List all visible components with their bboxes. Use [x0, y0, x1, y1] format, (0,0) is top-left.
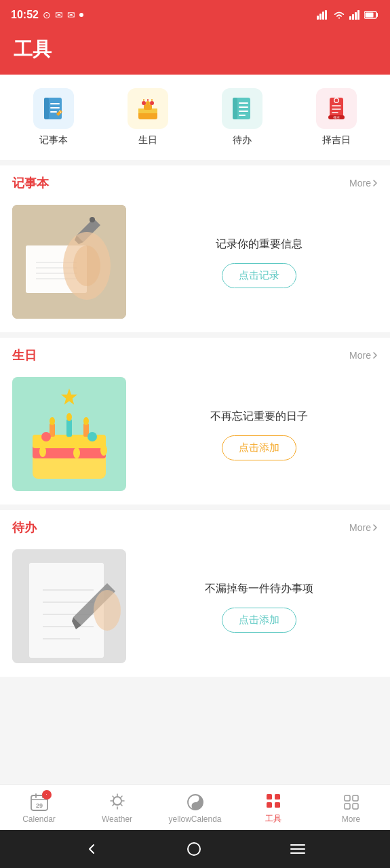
svg-rect-93	[267, 794, 272, 800]
calendar-badge: ·	[42, 790, 52, 800]
svg-line-86	[113, 796, 114, 797]
svg-point-59	[66, 413, 72, 421]
svg-rect-26	[233, 98, 237, 119]
notebook-illustration	[12, 205, 126, 319]
bottom-navigation: 29 · Calendar Weather yellowCalenda	[0, 784, 390, 830]
svg-point-63	[87, 432, 97, 441]
svg-rect-11	[44, 98, 49, 119]
nav-yellowcalenda-label: yellowCalenda	[168, 814, 221, 824]
nav-weather[interactable]: Weather	[78, 793, 156, 824]
birthday-info: 不再忘记重要的日子 点击添加	[140, 408, 378, 460]
todo-image	[12, 549, 126, 663]
birthday-section-header: 生日 More	[0, 338, 390, 370]
quick-icon-notebook[interactable]: 记事本	[33, 88, 74, 146]
svg-rect-97	[345, 795, 350, 801]
nav-weather-label: Weather	[102, 814, 132, 824]
status-icon-mail1: ✉	[55, 9, 63, 20]
birthday-more-button[interactable]: More	[349, 350, 378, 361]
todo-section-content: 不漏掉每一件待办事项 点击添加	[0, 542, 390, 677]
todo-section: 待办 More	[0, 510, 390, 677]
todo-illustration	[12, 549, 126, 663]
nav-more[interactable]: More	[312, 793, 390, 824]
notebook-action-button[interactable]: 点击记录	[222, 263, 296, 288]
battery-icon	[364, 11, 379, 19]
quick-icon-auspicious[interactable]: 择吉 择吉日	[316, 88, 357, 146]
birthday-icon	[134, 95, 161, 122]
birthday-image	[12, 377, 126, 491]
quick-icons-container: 记事本 生日	[0, 75, 390, 160]
notebook-section-content: 记录你的重要信息 点击记录	[0, 198, 390, 332]
svg-rect-2	[322, 12, 324, 20]
todo-icon	[229, 95, 256, 122]
svg-rect-99	[345, 804, 350, 809]
svg-line-89	[113, 804, 114, 806]
yin-yang-icon	[186, 793, 205, 812]
quick-icon-birthday[interactable]: 生日	[128, 88, 168, 146]
page-title: 工具	[14, 37, 376, 62]
birthday-section-title: 生日	[12, 347, 37, 363]
todo-section-title: 待办	[12, 519, 37, 536]
home-button[interactable]	[187, 842, 201, 856]
notebook-desc: 记录你的重要信息	[216, 236, 303, 252]
svg-point-21	[150, 101, 154, 105]
nav-yellowcalenda[interactable]: yellowCalenda	[156, 793, 234, 824]
notebook-icon	[40, 95, 67, 122]
nav-calendar[interactable]: 29 · Calendar	[0, 793, 78, 824]
menu-button[interactable]	[290, 844, 305, 854]
notebook-section-title: 记事本	[12, 175, 49, 191]
todo-more-button[interactable]: More	[349, 522, 378, 533]
status-dot	[79, 13, 83, 17]
back-icon	[85, 842, 98, 856]
todo-info: 不漏掉每一件待办事项 点击添加	[140, 580, 378, 633]
svg-rect-56	[66, 419, 72, 437]
chevron-right-icon-3	[372, 524, 378, 532]
svg-point-75	[94, 590, 121, 631]
svg-point-60	[83, 417, 89, 425]
svg-line-88	[121, 796, 122, 797]
notebook-image	[12, 205, 126, 319]
signal-icon	[317, 10, 329, 20]
page-header: 工具	[0, 30, 390, 75]
svg-line-87	[121, 804, 122, 806]
auspicious-icon: 择吉	[323, 95, 350, 122]
hamburger-icon	[290, 844, 305, 854]
nav-tools-label: 工具	[265, 813, 281, 825]
weather-icon	[108, 793, 127, 812]
svg-rect-4	[349, 16, 351, 20]
status-right-icons	[317, 10, 379, 20]
quick-icon-todo[interactable]: 待办	[222, 88, 262, 146]
birthday-section-content: 不再忘记重要的日子 点击添加	[0, 370, 390, 505]
birthday-desc: 不再忘记重要的日子	[210, 408, 308, 425]
more-icon	[342, 793, 361, 812]
svg-point-101	[188, 843, 200, 855]
svg-rect-96	[275, 802, 280, 808]
todo-action-button[interactable]: 点击添加	[222, 608, 296, 633]
birthday-section: 生日 More	[0, 338, 390, 505]
status-icon-mail2: ✉	[67, 9, 75, 20]
nav-tools[interactable]: 工具	[234, 791, 312, 825]
svg-rect-9	[366, 13, 374, 18]
home-icon	[187, 842, 201, 856]
birthday-action-button[interactable]: 点击添加	[222, 435, 296, 460]
svg-rect-1	[319, 14, 321, 20]
todo-section-header: 待办 More	[0, 510, 390, 542]
notebook-more-button[interactable]: More	[349, 178, 378, 189]
svg-rect-3	[325, 10, 327, 20]
svg-point-34	[334, 99, 338, 102]
svg-rect-5	[352, 14, 354, 20]
quick-icon-birthday-label: 生日	[138, 134, 157, 146]
svg-rect-18	[144, 104, 152, 110]
svg-rect-6	[355, 12, 357, 20]
back-button[interactable]	[85, 842, 98, 856]
svg-text:择吉: 择吉	[333, 115, 340, 119]
svg-rect-0	[317, 16, 319, 20]
svg-point-64	[39, 446, 46, 457]
quick-icon-auspicious-label: 择吉日	[322, 134, 351, 146]
quick-icon-todo-label: 待办	[233, 134, 252, 146]
svg-point-92	[194, 804, 197, 807]
svg-point-48	[90, 217, 95, 222]
svg-point-20	[146, 101, 150, 105]
svg-rect-7	[357, 10, 359, 20]
quick-icon-notebook-label: 记事本	[39, 134, 68, 146]
status-bar: 10:52 ⊙ ✉ ✉	[0, 0, 390, 30]
